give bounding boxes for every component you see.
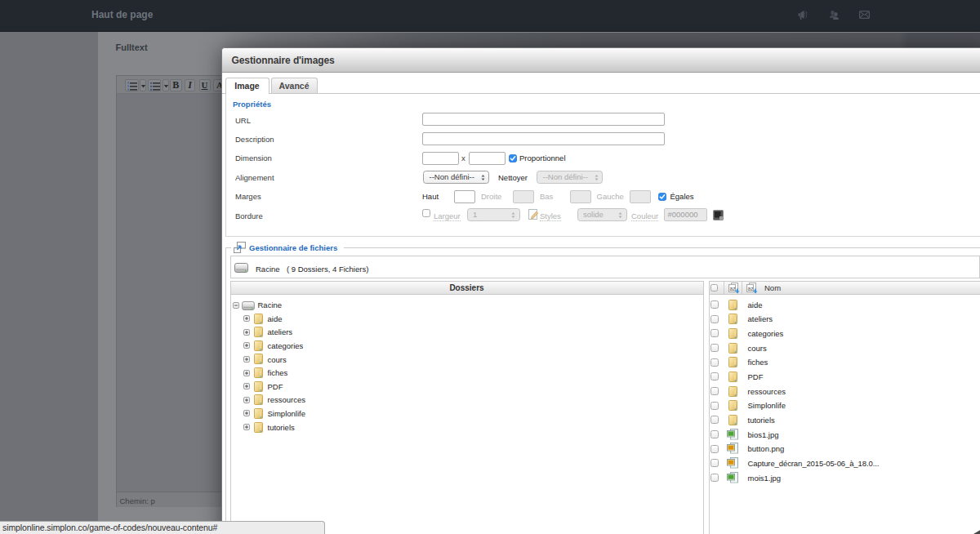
svg-text:az: az: [729, 285, 735, 291]
svg-text:az: az: [747, 285, 753, 291]
